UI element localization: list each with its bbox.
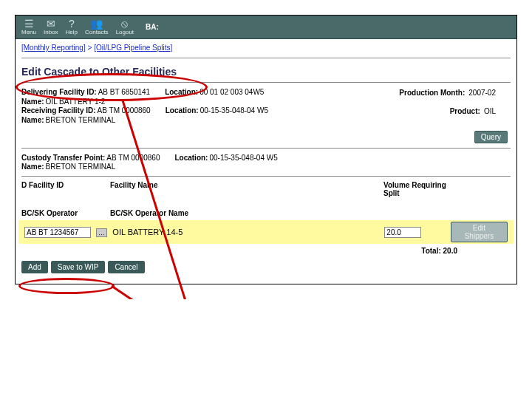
save-button[interactable]: Save to WIP <box>51 261 106 273</box>
app-frame: ☰Menu ✉Inbox ?Help 👥Contacts ⦸Logout BA:… <box>15 15 517 284</box>
inbox-icon: ✉ <box>44 18 58 29</box>
custody-name: BRETON TERMINAL <box>46 163 116 171</box>
delivering-name-label: Name: <box>21 98 44 106</box>
menu-label: Menu <box>21 29 36 35</box>
delivering-id-label: Delivering Facility ID: <box>21 88 97 97</box>
add-button[interactable]: Add <box>21 261 48 273</box>
data-row: … OIL BATTERY 14-5 Edit Shippers <box>18 220 514 244</box>
page-title: Edit Cascade to Other Facilities <box>16 60 183 81</box>
column-headers-2: BC/SK Operator BC/SK Operator Name <box>16 200 516 220</box>
logout-button[interactable]: ⦸Logout <box>113 17 137 37</box>
divider <box>21 82 511 83</box>
total-label: Total: <box>421 247 440 255</box>
receiving-name-label: Name: <box>21 116 44 124</box>
contacts-label: Contacts <box>85 29 109 35</box>
custody-label: Custody Transfer Point: <box>21 154 105 162</box>
production-month: 2007-02 <box>468 89 496 97</box>
production-month-label: Production Month: <box>399 89 465 97</box>
custody-block: Custody Transfer Point: AB TM 0000860 Lo… <box>16 150 516 174</box>
contacts-button[interactable]: 👥Contacts <box>82 17 112 37</box>
crumb-pipeline-splits[interactable]: [Oil/LPG Pipeline Splits] <box>94 44 172 52</box>
receiving-id-label: Receiving Facility ID: <box>21 106 96 115</box>
receiving-loc: 00-15-35-048-04 W5 <box>200 106 268 115</box>
col-facility-name: Facility Name <box>110 181 273 197</box>
breadcrumb: [Monthly Reporting] > [Oil/LPG Pipeline … <box>16 39 516 56</box>
product-label: Product: <box>450 107 480 115</box>
crumb-monthly-reporting[interactable]: [Monthly Reporting] <box>21 44 86 52</box>
col-volume: Volume Requiring Split <box>383 181 450 197</box>
ba-label: BA: <box>146 23 159 31</box>
edit-shippers-button[interactable]: Edit Shippers <box>451 222 508 242</box>
custody-loc: 00-15-35-048-04 W5 <box>209 154 277 162</box>
menu-icon: ☰ <box>21 18 36 29</box>
query-button[interactable]: Query <box>474 131 508 143</box>
receiving-name: BRETON TERMINAL <box>46 116 116 124</box>
column-headers-1: D Facility ID Facility Name Volume Requi… <box>16 178 516 200</box>
divider <box>21 58 511 58</box>
total-value: 20.0 <box>443 247 457 255</box>
logout-icon: ⦸ <box>116 18 134 29</box>
lookup-button[interactable]: … <box>96 228 107 237</box>
col-operator: BC/SK Operator <box>21 209 110 217</box>
receiving-id: AB TM 0000860 <box>98 106 151 115</box>
col-operator-name: BC/SK Operator Name <box>110 209 273 217</box>
cancel-button[interactable]: Cancel <box>108 261 144 273</box>
delivering-loc-label: Location: <box>165 88 198 97</box>
divider <box>21 176 511 177</box>
divider <box>21 148 511 149</box>
action-buttons: Add Save to WIP Cancel <box>16 258 516 276</box>
inbox-label: Inbox <box>44 29 58 35</box>
delivering-loc: 00 01 02 003 04W5 <box>200 88 264 97</box>
col-facility-id: D Facility ID <box>21 181 110 197</box>
custody-id: AB TM 0000860 <box>106 154 160 162</box>
main-toolbar: ☰Menu ✉Inbox ?Help 👥Contacts ⦸Logout BA: <box>16 16 516 39</box>
total-row: Total: 20.0 <box>16 244 516 258</box>
custody-name-label: Name: <box>21 163 44 171</box>
delivering-block: Delivering Facility ID: AB BT 6850141 Lo… <box>16 84 516 128</box>
product: OIL <box>484 107 496 115</box>
menu-button[interactable]: ☰Menu <box>18 17 39 37</box>
delivering-id: AB BT 6850141 <box>98 88 150 97</box>
volume-input[interactable] <box>384 227 421 238</box>
receiving-loc-label: Location: <box>166 106 199 115</box>
facility-name-value: OIL BATTERY 14-5 <box>112 228 274 236</box>
delivering-name: OIL BATTERY 1-2 <box>46 98 106 106</box>
help-icon: ? <box>66 18 78 29</box>
inbox-button[interactable]: ✉Inbox <box>41 17 61 37</box>
annotation-oval-input <box>18 278 115 294</box>
help-label: Help <box>66 29 78 35</box>
facility-id-input[interactable] <box>24 227 91 238</box>
help-button[interactable]: ?Help <box>63 17 81 37</box>
custody-loc-label: Location: <box>174 154 208 162</box>
logout-label: Logout <box>116 29 134 35</box>
contacts-icon: 👥 <box>85 18 109 29</box>
